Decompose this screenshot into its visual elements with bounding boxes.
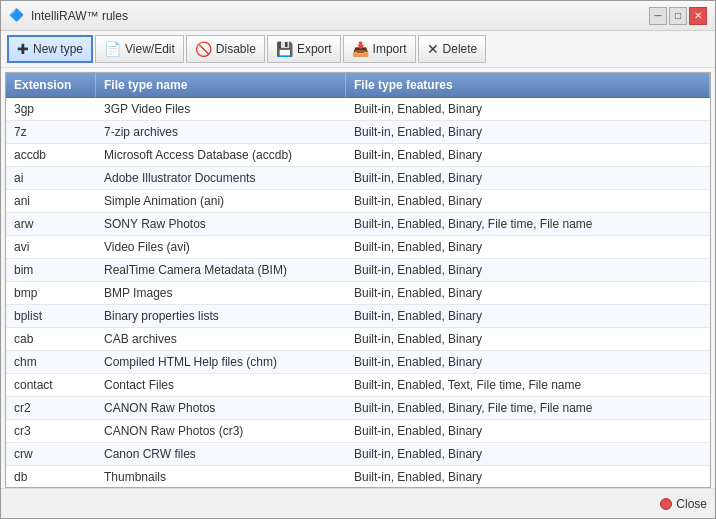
- window-title: IntelliRAW™ rules: [31, 9, 128, 23]
- cell-file-type-features: Built-in, Enabled, Binary: [346, 121, 710, 143]
- cell-file-type-name: Canon CRW files: [96, 443, 346, 465]
- table-row[interactable]: bimRealTime Camera Metadata (BIM)Built-i…: [6, 259, 710, 282]
- table-row[interactable]: bplistBinary properties listsBuilt-in, E…: [6, 305, 710, 328]
- cell-file-type-name: Simple Animation (ani): [96, 190, 346, 212]
- cell-file-type-name: Compiled HTML Help files (chm): [96, 351, 346, 373]
- main-window: 🔷 IntelliRAW™ rules ─ □ ✕ ✚ New type 📄 V…: [0, 0, 716, 519]
- cell-file-type-features: Built-in, Enabled, Binary: [346, 351, 710, 373]
- cell-file-type-features: Built-in, Enabled, Binary: [346, 167, 710, 189]
- cell-file-type-features: Built-in, Enabled, Binary, File time, Fi…: [346, 397, 710, 419]
- cell-file-type-name: Contact Files: [96, 374, 346, 396]
- cell-file-type-name: 3GP Video Files: [96, 98, 346, 120]
- cell-extension: 7z: [6, 121, 96, 143]
- table-header: Extension File type name File type featu…: [6, 73, 710, 98]
- cell-file-type-name: SONY Raw Photos: [96, 213, 346, 235]
- table-row[interactable]: cabCAB archivesBuilt-in, Enabled, Binary: [6, 328, 710, 351]
- cell-file-type-features: Built-in, Enabled, Binary: [346, 98, 710, 120]
- cell-file-type-features: Built-in, Enabled, Binary, File time, Fi…: [346, 213, 710, 235]
- new-type-button[interactable]: ✚ New type: [7, 35, 93, 63]
- delete-button[interactable]: ✕ Delete: [418, 35, 487, 63]
- cell-file-type-features: Built-in, Enabled, Binary: [346, 443, 710, 465]
- cell-file-type-features: Built-in, Enabled, Binary: [346, 282, 710, 304]
- cell-file-type-name: 7-zip archives: [96, 121, 346, 143]
- window-close-button[interactable]: ✕: [689, 7, 707, 25]
- cell-extension: accdb: [6, 144, 96, 166]
- table-row[interactable]: contactContact FilesBuilt-in, Enabled, T…: [6, 374, 710, 397]
- title-bar-left: 🔷 IntelliRAW™ rules: [9, 8, 128, 24]
- table-row[interactable]: 7z7-zip archivesBuilt-in, Enabled, Binar…: [6, 121, 710, 144]
- toolbar: ✚ New type 📄 View/Edit 🚫 Disable 💾 Expor…: [1, 31, 715, 68]
- table-row[interactable]: aiAdobe Illustrator DocumentsBuilt-in, E…: [6, 167, 710, 190]
- cell-extension: bplist: [6, 305, 96, 327]
- table-row[interactable]: cr3CANON Raw Photos (cr3)Built-in, Enabl…: [6, 420, 710, 443]
- cell-extension: crw: [6, 443, 96, 465]
- file-types-table: Extension File type name File type featu…: [5, 72, 711, 488]
- cell-extension: db: [6, 466, 96, 487]
- new-type-label: New type: [33, 42, 83, 56]
- table-row[interactable]: bmpBMP ImagesBuilt-in, Enabled, Binary: [6, 282, 710, 305]
- cell-file-type-name: Microsoft Access Database (accdb): [96, 144, 346, 166]
- table-body[interactable]: 3gp3GP Video FilesBuilt-in, Enabled, Bin…: [6, 98, 710, 487]
- table-row[interactable]: dbThumbnailsBuilt-in, Enabled, Binary: [6, 466, 710, 487]
- cell-file-type-name: CANON Raw Photos (cr3): [96, 420, 346, 442]
- table-row[interactable]: accdbMicrosoft Access Database (accdb)Bu…: [6, 144, 710, 167]
- import-button[interactable]: 📥 Import: [343, 35, 416, 63]
- import-label: Import: [373, 42, 407, 56]
- cell-extension: avi: [6, 236, 96, 258]
- close-label: Close: [676, 497, 707, 511]
- table-row[interactable]: aviVideo Files (avi)Built-in, Enabled, B…: [6, 236, 710, 259]
- title-bar: 🔷 IntelliRAW™ rules ─ □ ✕: [1, 1, 715, 31]
- cell-extension: cr2: [6, 397, 96, 419]
- header-extension: Extension: [6, 73, 96, 97]
- cell-extension: cr3: [6, 420, 96, 442]
- disable-button[interactable]: 🚫 Disable: [186, 35, 265, 63]
- cell-extension: ani: [6, 190, 96, 212]
- cell-file-type-name: CANON Raw Photos: [96, 397, 346, 419]
- cell-file-type-features: Built-in, Enabled, Binary: [346, 236, 710, 258]
- header-file-type-name: File type name: [96, 73, 346, 97]
- new-type-icon: ✚: [17, 41, 29, 57]
- cell-file-type-name: Video Files (avi): [96, 236, 346, 258]
- cell-file-type-name: Binary properties lists: [96, 305, 346, 327]
- cell-file-type-features: Built-in, Enabled, Binary: [346, 305, 710, 327]
- disable-label: Disable: [216, 42, 256, 56]
- table-row[interactable]: aniSimple Animation (ani)Built-in, Enabl…: [6, 190, 710, 213]
- cell-file-type-features: Built-in, Enabled, Binary: [346, 259, 710, 281]
- delete-icon: ✕: [427, 41, 439, 57]
- cell-file-type-name: CAB archives: [96, 328, 346, 350]
- minimize-button[interactable]: ─: [649, 7, 667, 25]
- table-row[interactable]: 3gp3GP Video FilesBuilt-in, Enabled, Bin…: [6, 98, 710, 121]
- app-icon: 🔷: [9, 8, 25, 24]
- cell-file-type-features: Built-in, Enabled, Binary: [346, 190, 710, 212]
- view-edit-icon: 📄: [104, 41, 121, 57]
- cell-file-type-features: Built-in, Enabled, Binary: [346, 420, 710, 442]
- restore-button[interactable]: □: [669, 7, 687, 25]
- export-label: Export: [297, 42, 332, 56]
- cell-extension: bmp: [6, 282, 96, 304]
- view-edit-label: View/Edit: [125, 42, 175, 56]
- cell-file-type-features: Built-in, Enabled, Text, File time, File…: [346, 374, 710, 396]
- cell-extension: cab: [6, 328, 96, 350]
- cell-file-type-features: Built-in, Enabled, Binary: [346, 466, 710, 487]
- table-row[interactable]: crwCanon CRW filesBuilt-in, Enabled, Bin…: [6, 443, 710, 466]
- bottom-bar: Close: [1, 488, 715, 518]
- view-edit-button[interactable]: 📄 View/Edit: [95, 35, 184, 63]
- export-icon: 💾: [276, 41, 293, 57]
- cell-extension: chm: [6, 351, 96, 373]
- table-row[interactable]: cr2CANON Raw PhotosBuilt-in, Enabled, Bi…: [6, 397, 710, 420]
- title-controls: ─ □ ✕: [649, 7, 707, 25]
- export-button[interactable]: 💾 Export: [267, 35, 341, 63]
- cell-file-type-name: Adobe Illustrator Documents: [96, 167, 346, 189]
- cell-file-type-name: RealTime Camera Metadata (BIM): [96, 259, 346, 281]
- header-file-type-features: File type features: [346, 73, 710, 97]
- cell-file-type-name: BMP Images: [96, 282, 346, 304]
- table-row[interactable]: chmCompiled HTML Help files (chm)Built-i…: [6, 351, 710, 374]
- delete-label: Delete: [443, 42, 478, 56]
- close-button[interactable]: Close: [660, 497, 707, 511]
- cell-extension: contact: [6, 374, 96, 396]
- table-row[interactable]: arwSONY Raw PhotosBuilt-in, Enabled, Bin…: [6, 213, 710, 236]
- cell-file-type-features: Built-in, Enabled, Binary: [346, 144, 710, 166]
- cell-extension: 3gp: [6, 98, 96, 120]
- red-dot-icon: [660, 498, 672, 510]
- cell-extension: bim: [6, 259, 96, 281]
